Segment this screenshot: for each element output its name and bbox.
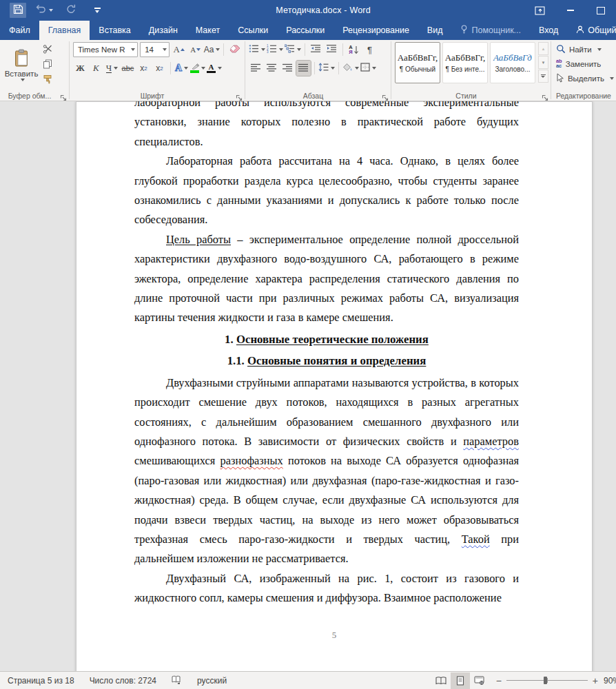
grow-font-glyph: А [173, 44, 179, 55]
paste-button[interactable]: Вставить [3, 42, 39, 88]
shading-button[interactable] [342, 61, 359, 76]
style-no-spacing[interactable]: АаБбВвГг, ¶ Без инте... [442, 42, 488, 83]
bold-button[interactable]: Ж [73, 61, 88, 76]
styles-group: АаБбВвГг, ¶ Обычный АаБбВвГг, ¶ Без инте… [391, 40, 551, 101]
numbering-button[interactable]: 123 [267, 42, 283, 57]
style-normal[interactable]: АаБбВвГг, ¶ Обычный [395, 42, 440, 83]
ribbon-tab-row: Файл Главная Вставка Дизайн Макет Ссылки… [0, 21, 616, 40]
increase-indent-button[interactable] [325, 42, 339, 57]
bullets-button[interactable] [249, 42, 265, 57]
word-count-indicator[interactable]: Число слов: 2724 [82, 676, 164, 686]
line-spacing-button[interactable] [318, 61, 335, 76]
shrink-font-glyph: А [190, 45, 196, 54]
shrink-font-button[interactable]: А [188, 42, 203, 57]
align-right-button[interactable] [280, 61, 295, 76]
format-painter-button[interactable] [40, 74, 55, 88]
shading-caret [355, 67, 359, 70]
increase-indent-icon [327, 44, 337, 55]
text-effects-caret [184, 67, 188, 70]
language-indicator[interactable]: русский [189, 676, 234, 686]
sort-button[interactable]: АЯ [347, 42, 361, 57]
zoom-slider[interactable] [506, 680, 588, 681]
maximize-button[interactable] [586, 0, 616, 21]
minimize-button[interactable] [555, 0, 586, 21]
customize-quick-access-button[interactable] [89, 3, 105, 18]
tab-home[interactable]: Главная [39, 21, 90, 40]
tab-layout[interactable]: Макет [187, 21, 229, 40]
document-text[interactable]: лабораторной работы используются совреме… [134, 101, 519, 608]
tab-insert[interactable]: Вставка [90, 21, 139, 40]
sign-in-button[interactable]: Вход [530, 21, 567, 40]
tab-design[interactable]: Дизайн [140, 21, 187, 40]
underline-button[interactable]: Ч [105, 61, 119, 76]
superscript-button[interactable]: x2 [152, 61, 167, 76]
change-case-button[interactable]: Aa [205, 42, 219, 57]
align-center-button[interactable] [265, 61, 279, 76]
styles-gallery-expand-button[interactable] [538, 70, 548, 83]
clear-formatting-button[interactable] [228, 42, 243, 57]
text-effects-button[interactable]: А [174, 61, 189, 76]
multilevel-list-button[interactable] [285, 42, 301, 57]
zoom-out-button[interactable]: − [496, 677, 502, 684]
tab-mailings[interactable]: Рассылки [277, 21, 333, 40]
ribbon-display-options-button[interactable] [525, 0, 555, 21]
tab-review[interactable]: Рецензирование [333, 21, 418, 40]
borders-button[interactable] [360, 61, 376, 76]
clipboard-dialog-launcher[interactable] [60, 92, 67, 99]
cut-button[interactable] [40, 43, 55, 57]
borders-icon [360, 63, 370, 74]
style-sample: АаБбВвГд [493, 52, 532, 63]
document-page[interactable]: лабораторной работы используются совреме… [76, 101, 593, 672]
tell-me-assistant[interactable]: Помощник... [451, 21, 530, 40]
justify-button[interactable] [296, 61, 311, 76]
divider [314, 62, 315, 74]
redo-button[interactable] [63, 3, 79, 18]
paragraph-dialog-launcher[interactable] [382, 92, 389, 99]
font-name-combo[interactable]: Times New R [73, 42, 138, 57]
spelling-flagged-word: разнофазных [220, 454, 283, 467]
subscript-button[interactable]: x2 [136, 61, 151, 76]
replace-button[interactable]: abac Заменить [555, 56, 614, 71]
style-heading1[interactable]: АаБбВвГд Заголово... [490, 42, 535, 83]
find-button[interactable]: Найти [555, 42, 614, 56]
italic-button[interactable]: К [89, 61, 103, 76]
grow-font-button[interactable]: А [172, 42, 186, 57]
divider [170, 62, 171, 74]
cursor-arrow-icon [556, 73, 564, 84]
font-color-button[interactable]: А [207, 61, 222, 76]
tab-view[interactable]: Вид [418, 21, 452, 40]
styles-scroll-down-button[interactable]: ▼ [538, 56, 548, 69]
highlight-button[interactable] [190, 61, 205, 76]
styles-scroll-up-button[interactable]: ▲ [538, 42, 548, 55]
divider [305, 43, 305, 56]
zoom-slider-thumb[interactable] [544, 677, 547, 684]
undo-icon [36, 4, 47, 17]
decrease-indent-button[interactable] [309, 42, 323, 57]
page-indicator[interactable]: Страница 5 из 18 [0, 676, 82, 686]
font-dialog-launcher[interactable] [236, 92, 243, 99]
grammar-flagged-word: параметров [463, 435, 519, 448]
tab-references[interactable]: Ссылки [229, 21, 277, 40]
web-layout-button[interactable] [470, 672, 489, 689]
align-left-button[interactable] [249, 61, 263, 76]
save-button[interactable] [10, 3, 26, 18]
zoom-level-label[interactable]: 90% [604, 676, 616, 686]
styles-dialog-launcher[interactable] [542, 92, 548, 99]
text-effects-glyph: А [175, 63, 182, 74]
strikethrough-button[interactable]: abc [121, 61, 135, 76]
read-mode-button[interactable] [431, 672, 451, 689]
undo-button[interactable] [36, 3, 53, 18]
font-size-combo[interactable]: 14 [140, 42, 170, 57]
select-button[interactable]: Выделить [555, 71, 614, 85]
zoom-in-button[interactable]: + [593, 677, 598, 684]
paragraph-group: 123 АЯ ¶ Абзац [245, 40, 391, 101]
proofing-status[interactable] [164, 675, 189, 686]
text-run: Двухфазными струйными аппаратами называю… [134, 376, 519, 448]
print-layout-button[interactable] [451, 672, 470, 689]
copy-button[interactable] [40, 59, 55, 72]
person-icon [576, 25, 584, 36]
share-button[interactable]: Общий дост [567, 21, 616, 40]
tab-file[interactable]: Файл [0, 21, 39, 40]
search-icon [556, 44, 566, 55]
show-formatting-marks-button[interactable]: ¶ [362, 42, 377, 57]
